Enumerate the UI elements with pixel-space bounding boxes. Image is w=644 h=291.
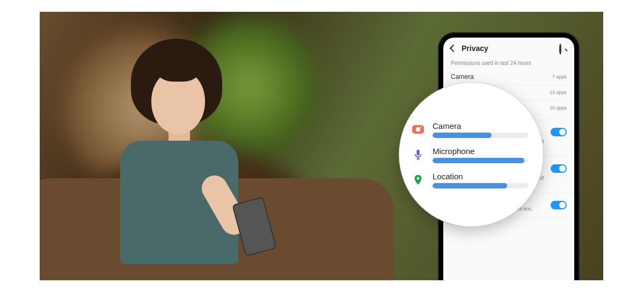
toggle-clipboard-access[interactable] bbox=[551, 201, 567, 209]
magnifier-body: Microphone bbox=[433, 147, 528, 163]
magnifier-bar bbox=[433, 183, 528, 188]
permission-count: 7 apps bbox=[552, 74, 567, 79]
search-icon[interactable] bbox=[559, 45, 567, 52]
magnifier-fill bbox=[433, 158, 524, 163]
svg-point-1 bbox=[416, 127, 420, 132]
svg-point-6 bbox=[417, 177, 420, 180]
phone-header: Privacy bbox=[443, 38, 574, 57]
toggle-microphone-access[interactable] bbox=[551, 164, 567, 173]
magnifier-callout: Camera Microphone Location bbox=[399, 83, 543, 227]
magnifier-bar bbox=[433, 133, 528, 138]
page-title: Privacy bbox=[462, 44, 554, 53]
microphone-icon bbox=[411, 148, 425, 162]
magnifier-row-location: Location bbox=[411, 172, 528, 188]
svg-point-2 bbox=[420, 127, 421, 128]
location-icon bbox=[411, 173, 425, 187]
person-illustration bbox=[88, 39, 281, 270]
permission-count: 10 apps bbox=[550, 105, 567, 111]
permission-count: 13 apps bbox=[550, 90, 567, 95]
svg-rect-3 bbox=[416, 150, 420, 156]
magnifier-row-camera: Camera bbox=[411, 121, 528, 138]
magnifier-fill bbox=[433, 183, 507, 188]
magnifier-row-microphone: Microphone bbox=[411, 147, 528, 163]
permission-name: Camera bbox=[451, 73, 474, 81]
toggle-camera-access[interactable] bbox=[551, 128, 567, 136]
magnifier-label: Microphone bbox=[433, 147, 528, 156]
back-icon[interactable] bbox=[450, 45, 457, 52]
magnifier-body: Location bbox=[433, 172, 528, 188]
section-label: Permissions used in last 24 hours bbox=[443, 57, 574, 69]
promo-composite: Privacy Permissions used in last 24 hour… bbox=[40, 12, 603, 280]
held-phone bbox=[232, 197, 277, 257]
magnifier-body: Camera bbox=[433, 121, 528, 138]
magnifier-label: Location bbox=[433, 172, 528, 181]
magnifier-fill bbox=[433, 133, 492, 138]
camera-icon bbox=[411, 122, 425, 136]
magnifier-label: Camera bbox=[433, 121, 528, 130]
magnifier-bar bbox=[433, 158, 528, 163]
